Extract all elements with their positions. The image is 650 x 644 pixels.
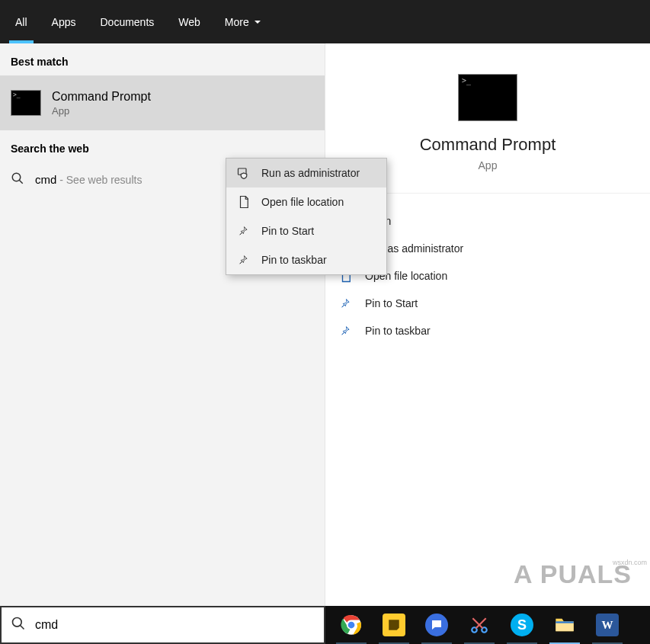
preview-subtitle: App [479,159,498,171]
chrome-icon [340,614,363,636]
taskbar: S W [325,606,650,644]
tab-documents[interactable]: Documents [88,0,166,43]
web-hint: - See web results [56,174,142,186]
ctx-run-as-admin[interactable]: Run as administrator [226,159,386,187]
folder-icon [553,614,576,636]
svg-rect-13 [556,621,573,623]
taskbar-chat[interactable] [415,606,458,644]
tab-all[interactable]: All [3,0,40,43]
ctx-pin-to-start-label: Pin to Start [261,225,314,237]
preview-app-icon [458,74,517,121]
tab-more-label: More [225,16,249,28]
sticky-notes-icon [383,614,405,636]
svg-point-0 [12,173,21,181]
taskbar-file-explorer[interactable] [543,606,586,644]
taskbar-word[interactable]: W [586,606,629,644]
context-menu: Run as administrator Open file location … [226,158,387,275]
word-icon: W [596,614,619,636]
action-pin-to-start[interactable]: Pin to Start [331,290,644,317]
taskbar-chrome[interactable] [330,606,373,644]
ctx-pin-to-taskbar[interactable]: Pin to taskbar [226,245,386,274]
search-icon [11,616,26,634]
chat-icon [425,614,448,636]
scissors-icon [468,614,491,636]
search-filter-tabs: All Apps Documents Web More [0,0,650,43]
preview-panel: Command Prompt App Open Run as administr… [325,43,650,606]
svg-point-9 [347,621,356,630]
svg-line-6 [21,626,24,630]
svg-point-5 [13,618,22,627]
action-pin-to-taskbar-label: Pin to taskbar [365,325,431,337]
search-bar[interactable] [0,606,325,644]
taskbar-sticky-notes[interactable] [373,606,415,644]
taskbar-snip[interactable] [458,606,501,644]
results-panel: Best match Command Prompt App Search the… [0,43,325,606]
taskbar-skype[interactable]: S [501,606,543,644]
skype-icon: S [511,614,533,636]
search-input[interactable] [35,618,315,632]
search-icon [11,171,24,188]
web-query-text: cmd [35,173,56,186]
preview-title: Command Prompt [420,135,556,155]
source-note: wsxdn.com [613,559,647,566]
best-match-result[interactable]: Command Prompt App [0,75,325,130]
command-prompt-icon [11,90,41,116]
result-title: Command Prompt [52,90,151,104]
ctx-pin-to-start[interactable]: Pin to Start [226,216,386,245]
svg-rect-12 [556,623,573,632]
chevron-down-icon [254,16,261,28]
action-pin-to-start-label: Pin to Start [365,297,418,309]
ctx-pin-to-taskbar-label: Pin to taskbar [261,254,327,266]
tab-web[interactable]: Web [166,0,213,43]
svg-line-1 [19,180,23,184]
tab-apps[interactable]: Apps [40,0,88,43]
ctx-open-file-location-label: Open file location [261,196,344,208]
best-match-heading: Best match [0,43,325,75]
result-subtitle: App [52,105,151,117]
action-pin-to-taskbar[interactable]: Pin to taskbar [331,317,644,344]
tab-more[interactable]: More [213,0,274,43]
ctx-run-as-admin-label: Run as administrator [261,167,360,179]
ctx-open-file-location[interactable]: Open file location [226,187,386,216]
